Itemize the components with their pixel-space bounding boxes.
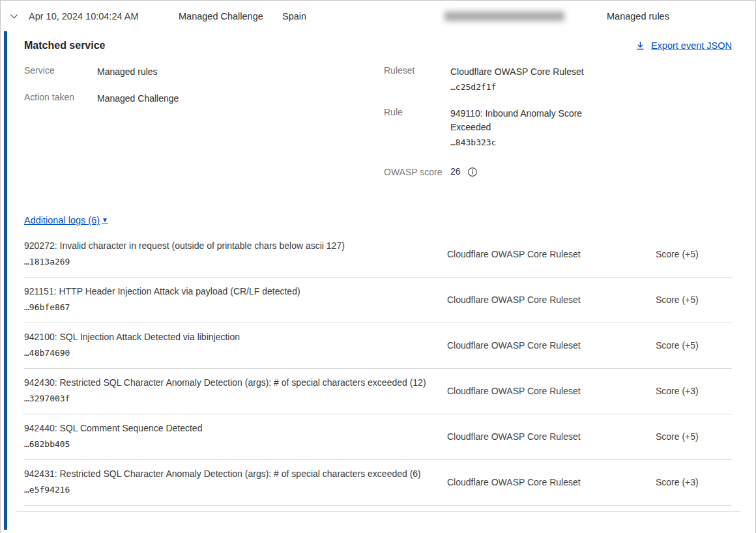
owasp-score-value: 26 [450,165,461,179]
expanded-row-accent-bar [4,31,7,530]
rule-name: 949110: Inbound Anomaly Score Exceeded [450,107,607,134]
log-row: 942100: SQL Injection Attack Detected vi… [24,323,732,369]
log-row: 942440: SQL Comment Sequence Detected …6… [24,414,732,460]
log-description-cell: 942100: SQL Injection Attack Detected vi… [24,330,428,361]
log-score-cell: Score (+5) [656,431,732,442]
matched-service-panel: Matched service Export event JSON Servic… [1,31,755,511]
export-link-label: Export event JSON [651,40,732,51]
rule-id-hash: …843b323c [450,134,607,151]
field-label: OWASP score [384,167,450,177]
log-score-cell: Score (+3) [656,386,732,396]
panel-title: Matched service [24,40,106,51]
log-score-cell: Score (+5) [656,340,732,351]
log-description-cell: 942431: Restricted SQL Character Anomaly… [24,467,428,498]
rule-id-hash: …682bb405 [24,436,428,452]
rule-id-hash: …96bfe867 [24,299,428,315]
log-ruleset-cell: Cloudflare OWASP Core Ruleset [447,340,610,351]
rule-id-hash: …3297003f [24,390,428,407]
field-action-taken: Action taken Managed Challenge [24,92,384,106]
log-row: 942431: Restricted SQL Character Anomaly… [24,460,732,506]
download-icon [635,40,645,51]
log-row: 920272: Invalid character in request (ou… [24,232,732,278]
panel-bottom-divider [16,511,740,511]
log-ruleset-cell: Cloudflare OWASP Core Ruleset [447,386,610,396]
log-description-cell: 942440: SQL Comment Sequence Detected …6… [24,421,428,452]
field-label: Ruleset [384,65,450,95]
fields-left-column: Service Managed rules Action taken Manag… [24,65,384,190]
firewall-event-detail: Apr 10, 2024 10:04:24 AM Managed Challen… [0,0,756,533]
caret-down-icon: ▼ [102,216,108,223]
log-description-cell: 921151: HTTP Header Injection Attack via… [24,284,428,315]
additional-logs-table: 920272: Invalid character in request (ou… [24,232,732,506]
log-description-cell: 920272: Invalid character in request (ou… [24,238,428,270]
field-service: Service Managed rules [24,65,384,79]
rule-description: 942100: SQL Injection Attack Detected vi… [24,330,428,345]
log-score-cell: Score (+3) [656,477,732,487]
additional-logs-label: Additional logs (6) [24,215,100,225]
field-ruleset: Ruleset Cloudflare OWASP Core Ruleset …c… [384,65,732,95]
event-summary-row[interactable]: Apr 10, 2024 10:04:24 AM Managed Challen… [1,1,755,31]
fields-right-column: Ruleset Cloudflare OWASP Core Ruleset …c… [384,65,732,190]
ruleset-name: Cloudflare OWASP Core Ruleset [450,65,607,79]
field-owasp-score: OWASP score 26 [384,165,732,179]
log-row: 921151: HTTP Header Injection Attack via… [24,278,732,323]
export-event-json-link[interactable]: Export event JSON [635,40,732,51]
rule-id-hash: …48b74690 [24,345,428,361]
field-label: Action taken [24,92,97,106]
rule-description: 942431: Restricted SQL Character Anomaly… [24,467,428,482]
field-value: Managed Challenge [97,92,179,106]
log-ruleset-cell: Cloudflare OWASP Core Ruleset [447,477,610,487]
event-service: Managed rules [607,11,669,22]
ruleset-id-hash: …c25d2f1f [450,79,607,95]
event-country: Spain [282,11,306,22]
rule-description: 921151: HTTP Header Injection Attack via… [24,284,428,299]
log-description-cell: 942430: Restricted SQL Character Anomaly… [24,375,428,407]
field-label: Service [24,65,97,79]
redacted-value [444,11,564,21]
log-row: 942430: Restricted SQL Character Anomaly… [24,369,732,414]
rule-id-hash: …e5f94216 [24,482,428,498]
event-timestamp: Apr 10, 2024 10:04:24 AM [29,11,139,22]
event-action: Managed Challenge [179,11,263,22]
additional-logs-toggle[interactable]: Additional logs (6)▼ [24,215,108,225]
rule-description: 942430: Restricted SQL Character Anomaly… [24,375,428,390]
rule-id-hash: …1813a269 [24,253,428,270]
rule-description: 920272: Invalid character in request (ou… [24,238,428,253]
log-score-cell: Score (+5) [656,249,732,259]
field-value: Managed rules [97,65,158,79]
field-rule: Rule 949110: Inbound Anomaly Score Excee… [384,107,732,151]
log-ruleset-cell: Cloudflare OWASP Core Ruleset [447,295,610,305]
log-ruleset-cell: Cloudflare OWASP Core Ruleset [447,249,610,259]
log-ruleset-cell: Cloudflare OWASP Core Ruleset [447,431,610,442]
field-label: Rule [384,107,450,151]
rule-description: 942440: SQL Comment Sequence Detected [24,421,428,436]
info-icon[interactable] [467,167,478,177]
log-score-cell: Score (+5) [656,295,732,305]
chevron-down-icon[interactable] [9,11,19,21]
